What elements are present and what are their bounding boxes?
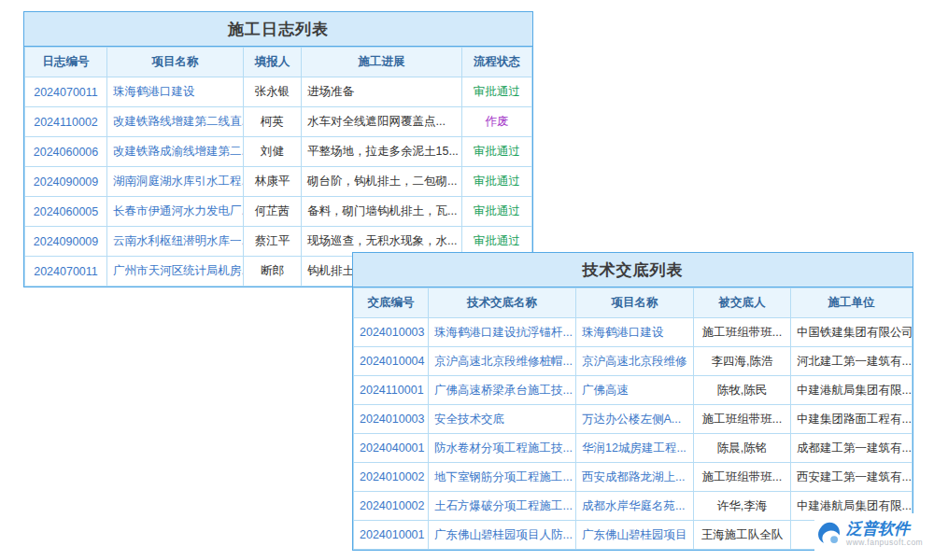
log-table-row[interactable]: 2024090009 湖南洞庭湖水库引水工程... 林康平 砌台阶，钩机排土，二… [25,167,532,197]
project-name-link[interactable]: 湖南洞庭湖水库引水工程... [107,167,244,197]
reporter-cell: 林康平 [244,167,302,197]
project-name-link[interactable]: 西安成都路龙湖上... [576,463,694,492]
project-name-link[interactable]: 广州市天河区统计局机房... [107,257,244,287]
disclosure-table-row[interactable]: 2024010003 珠海鹤港口建设抗浮锚杆... 珠海鹤港口建设 施工班组带班… [354,318,913,347]
project-name-link[interactable]: 万达办公楼左侧A... [576,405,694,434]
log-header-row: 日志编号 项目名称 填报人 施工进展 流程状态 [25,48,532,77]
disclosure-name-link[interactable]: 广东佛山碧桂园项目人防... [429,521,576,550]
progress-cell: 平整场地，拉走多余泥土15... [302,137,462,167]
disclosure-id-link[interactable]: 2024010002 [354,463,429,492]
project-name-link[interactable]: 成都水岸华庭名苑... [576,492,694,521]
construction-log-table: 日志编号 项目名称 填报人 施工进展 流程状态 2024070011 珠海鹤港口… [24,47,532,287]
construction-log-title: 施工日志列表 [24,12,532,47]
watermark-text: 泛普软件 www.fanpusoft.com [846,521,923,547]
disclosure-id-link[interactable]: 2024010001 [354,521,429,550]
col-header-project-name: 项目名称 [576,288,694,318]
col-header-disclosee: 被交底人 [694,288,791,318]
disclosure-name-link[interactable]: 安全技术交底 [429,405,576,434]
construction-unit-cell: 中建港航局集团有限... [791,376,913,405]
log-table-row[interactable]: 2024110002 改建铁路线增建第二线直... 柯英 水车对全线遮阳网覆盖点… [25,107,532,137]
log-id-link[interactable]: 2024110002 [25,107,107,137]
col-header-status: 流程状态 [462,48,532,77]
construction-unit-cell: 西安建工第一建筑有... [791,463,913,492]
status-badge: 审批通过 [462,167,532,197]
construction-unit-cell: 中国铁建集团有限公司 [791,318,913,347]
status-badge: 审批通过 [462,77,532,107]
log-table-row[interactable]: 2024060006 改建铁路成渝线增建第二... 刘健 平整场地，拉走多余泥土… [25,137,532,167]
progress-cell: 砌台阶，钩机排土，二包砌... [302,167,462,197]
disclosure-table-row[interactable]: 2024010002 地下室钢筋分项工程施工... 西安成都路龙湖上... 施工… [354,463,913,492]
disclosure-name-link[interactable]: 京沪高速北京段维修桩帽... [429,347,576,376]
disclosee-cell: 陈牧,陈民 [694,376,791,405]
col-header-reporter: 填报人 [244,48,302,77]
disclosure-table-row[interactable]: 2024010004 京沪高速北京段维修桩帽... 京沪高速北京段维修 李四海,… [354,347,913,376]
construction-log-panel: 施工日志列表 日志编号 项目名称 填报人 施工进展 流程状态 202407001… [23,11,533,287]
col-header-disclosure-name: 技术交底名称 [429,288,576,318]
disclosure-id-link[interactable]: 2024010004 [354,347,429,376]
col-header-construction-unit: 施工单位 [791,288,913,318]
col-header-progress: 施工进展 [302,48,462,77]
log-id-link[interactable]: 2024060005 [25,197,107,227]
disclosure-id-link[interactable]: 2024010002 [354,492,429,521]
reporter-cell: 蔡江平 [244,227,302,257]
log-id-link[interactable]: 2024070011 [25,257,107,287]
reporter-cell: 何芷茜 [244,197,302,227]
disclosure-name-link[interactable]: 珠海鹤港口建设抗浮锚杆... [429,318,576,347]
disclosee-cell: 陈晨,陈铭 [694,434,791,463]
project-name-link[interactable]: 广佛高速 [576,376,694,405]
col-header-log-id: 日志编号 [25,48,107,77]
status-badge: 审批通过 [462,197,532,227]
project-name-link[interactable]: 长春市伊通河水力发电厂... [107,197,244,227]
project-name-link[interactable]: 改建铁路成渝线增建第二... [107,137,244,167]
log-id-link[interactable]: 2024090009 [25,227,107,257]
reporter-cell: 柯英 [244,107,302,137]
project-name-link[interactable]: 改建铁路线增建第二线直... [107,107,244,137]
log-id-link[interactable]: 2024060006 [25,137,107,167]
project-name-link[interactable]: 华润12城房建工程... [576,434,694,463]
disclosure-table-row[interactable]: 2024040001 防水卷材分项工程施工技... 华润12城房建工程... 陈… [354,434,913,463]
fanpu-logo-icon [814,520,842,548]
disclosure-name-link[interactable]: 地下室钢筋分项工程施工... [429,463,576,492]
log-id-link[interactable]: 2024070011 [25,77,107,107]
technical-disclosure-title: 技术交底列表 [353,253,913,287]
log-table-row[interactable]: 2024060005 长春市伊通河水力发电厂... 何芷茜 备料，砌门墙钩机排土… [25,197,532,227]
disclosure-id-link[interactable]: 2024010003 [354,318,429,347]
disclosee-cell: 王海施工队全队 [694,521,791,550]
disclosure-id-link[interactable]: 2024110001 [354,376,429,405]
fanpu-watermark: 泛普软件 www.fanpusoft.com [814,513,928,554]
disclosure-name-link[interactable]: 土石方爆破分项工程施工... [429,492,576,521]
disclosure-id-link[interactable]: 2024040001 [354,434,429,463]
reporter-cell: 张永银 [244,77,302,107]
project-name-link[interactable]: 珠海鹤港口建设 [107,77,244,107]
disclosure-table-row[interactable]: 2024010003 安全技术交底 万达办公楼左侧A... 施工班组带班... … [354,405,913,434]
brand-url: www.fanpusoft.com [846,539,923,547]
disclosee-cell: 施工班组带班... [694,405,791,434]
col-header-disclosure-id: 交底编号 [354,288,429,318]
status-badge: 审批通过 [462,137,532,167]
project-name-link[interactable]: 珠海鹤港口建设 [576,318,694,347]
project-name-link[interactable]: 云南水利枢纽潜明水库一... [107,227,244,257]
progress-cell: 备料，砌门墙钩机排土，瓦... [302,197,462,227]
disclosee-cell: 许华,李海 [694,492,791,521]
technical-disclosure-panel: 技术交底列表 交底编号 技术交底名称 项目名称 被交底人 施工单位 202401… [352,252,913,551]
disclosure-table-row[interactable]: 2024110001 广佛高速桥梁承台施工技... 广佛高速 陈牧,陈民 中建港… [354,376,913,405]
project-name-link[interactable]: 京沪高速北京段维修 [576,347,694,376]
progress-cell: 水车对全线遮阳网覆盖点... [302,107,462,137]
construction-unit-cell: 河北建工第一建筑有... [791,347,913,376]
log-id-link[interactable]: 2024090009 [25,167,107,197]
construction-unit-cell: 成都建工第一建筑有... [791,434,913,463]
progress-cell: 进场准备 [302,77,462,107]
disclosure-name-link[interactable]: 广佛高速桥梁承台施工技... [429,376,576,405]
disclosure-id-link[interactable]: 2024010003 [354,405,429,434]
reporter-cell: 断郎 [244,257,302,287]
disclosee-cell: 施工班组带班... [694,463,791,492]
construction-unit-cell: 中建集团路面工程有... [791,405,913,434]
log-table-row[interactable]: 2024070011 珠海鹤港口建设 张永银 进场准备 审批通过 [25,77,532,107]
disclosee-cell: 李四海,陈浩 [694,347,791,376]
col-header-project-name: 项目名称 [107,48,244,77]
reporter-cell: 刘健 [244,137,302,167]
project-name-link[interactable]: 广东佛山碧桂园项目 [576,521,694,550]
brand-name: 泛普软件 [846,521,923,539]
disclosure-name-link[interactable]: 防水卷材分项工程施工技... [429,434,576,463]
status-badge: 作废 [462,107,532,137]
